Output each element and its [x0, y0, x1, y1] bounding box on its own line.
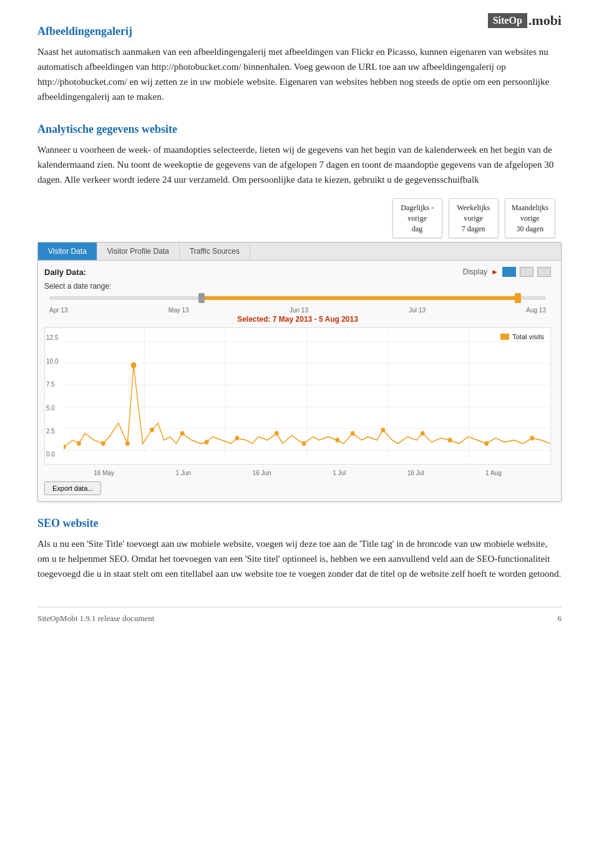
section2-paragraph: Wanneer u voorheen de week- of maandopti…: [37, 142, 562, 187]
svg-point-20: [275, 432, 278, 436]
chart-area: Total visits 12.5 10.0 7.5 5.0 2.5 0.0: [44, 327, 551, 465]
date-range-section: Select a date range: Apr 13 May 13 Jun 1…: [44, 282, 551, 324]
svg-point-14: [101, 441, 105, 446]
y-label-125: 12.5: [46, 334, 58, 341]
date-axis-jul: Jul 13: [409, 307, 426, 314]
slider-handle-left[interactable]: [198, 293, 205, 303]
page: SiteOp .mobi Afbeeldingengalerij Naast h…: [0, 0, 599, 634]
chart-svg: [64, 328, 550, 464]
daily-label: Daily Data:: [44, 268, 86, 277]
widget-area: Dagelijks - vorige dag Weekelijks vorige…: [37, 198, 562, 502]
svg-point-15: [125, 441, 129, 446]
svg-point-25: [421, 432, 424, 436]
y-label-25: 2.5: [46, 428, 58, 435]
date-axis-jun: Jun 13: [290, 307, 308, 314]
logo-site-op: SiteOp: [488, 13, 527, 28]
slider-handle-right[interactable]: [515, 293, 521, 303]
svg-point-13: [77, 441, 80, 446]
svg-point-28: [530, 436, 534, 441]
footer-left: SiteOpMobi 1.9.1 release document: [37, 614, 154, 624]
callout-maandelijks: Maandelijks vorige 30 dagen: [505, 198, 555, 238]
display-row: Display ►: [463, 267, 551, 277]
svg-point-19: [235, 436, 239, 441]
mockup-tabs: Visitor Data Visitor Profile Data Traffi…: [38, 243, 561, 261]
footer-page: 6: [558, 614, 562, 624]
y-axis-labels: 12.5 10.0 7.5 5.0 2.5 0.0: [46, 328, 58, 464]
date-axis: Apr 13 May 13 Jun 13 Jul 13 Aug 13: [44, 307, 551, 314]
y-label-0: 0.0: [46, 451, 58, 458]
logo: SiteOp .mobi: [488, 12, 562, 29]
date-axis-apr: Apr 13: [49, 307, 67, 314]
slider-fill: [198, 296, 521, 300]
section1-paragraph: Naast het automatisch aanmaken van een a…: [37, 44, 562, 104]
y-label-50: 5.0: [46, 405, 58, 412]
section3-paragraph: Als u nu een 'Site Title' toevoegt aan u…: [37, 536, 562, 581]
section1-title: Afbeeldingengalerij: [37, 25, 562, 38]
svg-point-16: [150, 428, 153, 433]
svg-point-18: [205, 440, 208, 445]
display-btn-1[interactable]: [502, 267, 516, 277]
display-btn-3[interactable]: [537, 267, 551, 277]
svg-point-27: [485, 441, 489, 446]
svg-point-11: [131, 363, 136, 369]
date-slider[interactable]: [49, 293, 546, 304]
section-seo: SEO website Als u nu een 'Site Title' to…: [37, 517, 562, 581]
svg-point-12: [64, 445, 66, 450]
x-axis-labels: 16 May 1 Jun 16 Jun 1 Jul 16 Jul 1 Aug: [44, 470, 551, 476]
date-axis-may: May 13: [168, 307, 189, 314]
x-label-1jul: 1 Jul: [333, 470, 346, 476]
svg-point-24: [381, 428, 385, 433]
callout-weekelijks: Weekelijks vorige 7 dagen: [449, 198, 499, 238]
x-label-1jun: 1 Jun: [176, 470, 191, 476]
svg-point-26: [448, 438, 452, 443]
export-button[interactable]: Export data...: [44, 481, 101, 495]
svg-point-21: [302, 441, 306, 446]
section2-title: Analytische gegevens website: [37, 123, 562, 136]
display-arrow: ►: [491, 268, 499, 276]
legend-label: Total visits: [512, 333, 544, 340]
legend-color: [500, 334, 509, 340]
x-label-1aug: 1 Aug: [485, 470, 502, 476]
callout-container: Dagelijks - vorige dag Weekelijks vorige…: [37, 198, 562, 238]
date-range-label: Select a date range:: [44, 282, 551, 291]
x-label-16may: 16 May: [94, 470, 114, 476]
section-afbeelding: Afbeeldingengalerij Naast het automatisc…: [37, 25, 562, 104]
x-label-16jun: 16 Jun: [253, 470, 271, 476]
chart-legend: Total visits: [500, 333, 544, 340]
svg-point-17: [180, 432, 184, 436]
mockup-header-row: Daily Data: Display ►: [44, 267, 551, 277]
callout-dagelijks: Dagelijks - vorige dag: [392, 198, 442, 238]
svg-point-23: [351, 432, 354, 436]
analytics-mockup: Visitor Data Visitor Profile Data Traffi…: [37, 242, 562, 502]
mockup-body: Daily Data: Display ► Select a date rang…: [38, 261, 561, 501]
section-analytics: Analytische gegevens website Wanneer u v…: [37, 123, 562, 187]
y-label-100: 10.0: [46, 358, 58, 365]
logo-mobi: .mobi: [528, 12, 562, 29]
section3-title: SEO website: [37, 517, 562, 530]
display-label: Display: [463, 268, 487, 276]
y-label-75: 7.5: [46, 381, 58, 388]
svg-point-22: [336, 438, 339, 443]
selected-range: Selected: 7 May 2013 - 5 Aug 2013: [44, 315, 551, 324]
footer: SiteOpMobi 1.9.1 release document 6: [37, 607, 562, 624]
tab-visitor-profile[interactable]: Visitor Profile Data: [97, 243, 180, 260]
tab-traffic-sources[interactable]: Traffic Sources: [180, 243, 250, 260]
tab-visitor-data[interactable]: Visitor Data: [38, 243, 97, 260]
date-axis-aug: Aug 13: [526, 307, 546, 314]
display-btn-2[interactable]: [520, 267, 533, 277]
x-label-16jul: 16 Jul: [407, 470, 424, 476]
